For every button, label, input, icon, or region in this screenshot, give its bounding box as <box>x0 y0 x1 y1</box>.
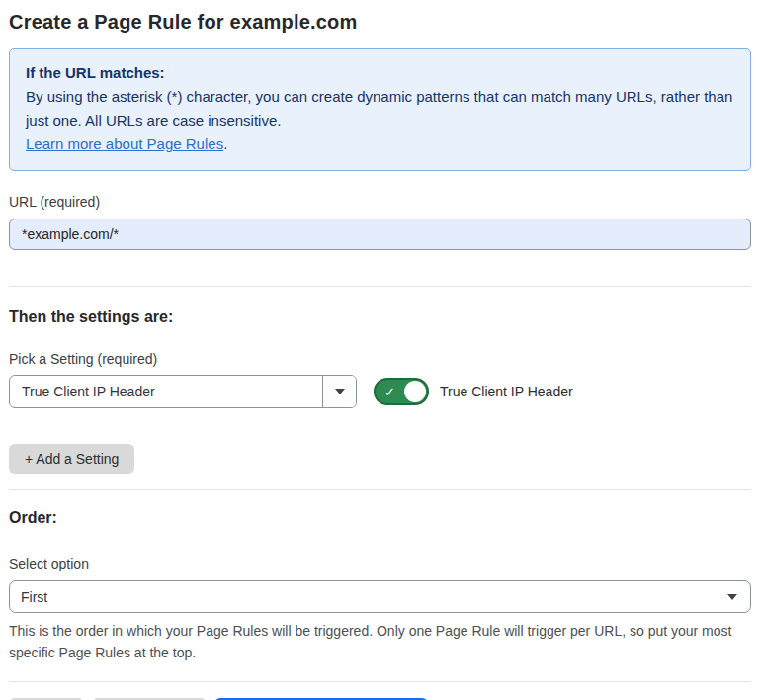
setting-toggle[interactable]: ✓ <box>374 378 429 405</box>
url-field-label: URL (required) <box>9 194 751 210</box>
toggle-knob <box>404 381 426 402</box>
check-icon: ✓ <box>384 386 395 398</box>
setting-select[interactable]: True Client IP Header <box>9 375 357 408</box>
pick-setting-label: Pick a Setting (required) <box>9 351 751 367</box>
setting-select-value: True Client IP Header <box>10 376 322 407</box>
url-input[interactable] <box>9 219 751 250</box>
create-page-rule-form: Create a Page Rule for example.com If th… <box>0 0 760 700</box>
callout-link-period: . <box>223 135 227 152</box>
page-title: Create a Page Rule for example.com <box>9 11 751 34</box>
url-match-info-callout: If the URL matches: By using the asteris… <box>9 48 751 171</box>
order-select[interactable]: First <box>9 580 751 613</box>
setting-toggle-label: True Client IP Header <box>440 384 573 399</box>
callout-heading: If the URL matches: <box>26 61 734 85</box>
divider <box>9 681 751 682</box>
order-select-value: First <box>10 581 750 612</box>
order-help-text: This is the order in which your Page Rul… <box>9 620 751 663</box>
divider <box>9 286 751 287</box>
chevron-down-icon <box>335 389 345 394</box>
order-select-label: Select option <box>9 556 751 571</box>
learn-more-link[interactable]: Learn more about Page Rules <box>26 135 223 152</box>
divider <box>9 489 751 490</box>
add-setting-button[interactable]: + Add a Setting <box>9 444 134 474</box>
settings-section-heading: Then the settings are: <box>9 308 751 326</box>
callout-body: By using the asterisk (*) character, you… <box>26 85 734 132</box>
setting-row: True Client IP Header ✓ True Client IP H… <box>9 375 751 408</box>
order-section-heading: Order: <box>9 509 751 527</box>
setting-select-arrow-button[interactable] <box>322 376 356 407</box>
chevron-down-icon <box>727 594 737 600</box>
callout-link-line: Learn more about Page Rules. <box>26 132 734 156</box>
